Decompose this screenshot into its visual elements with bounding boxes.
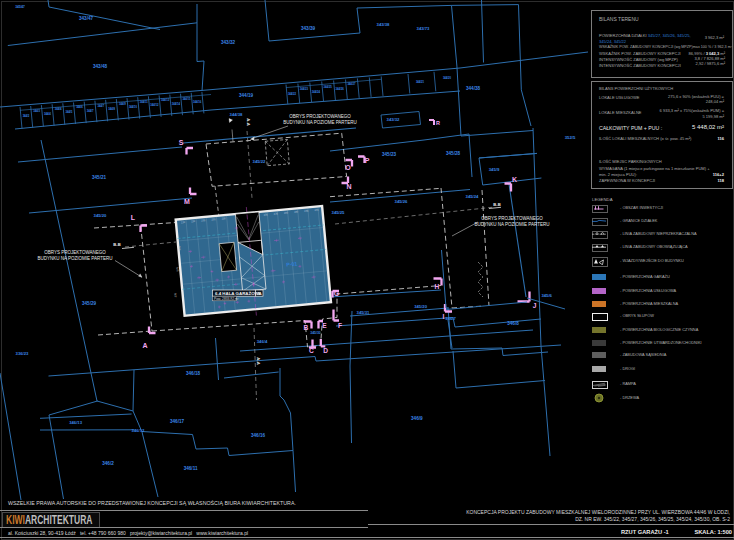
svg-text:345/20: 345/20: [414, 304, 427, 309]
svg-text:345/6: 345/6: [541, 293, 552, 298]
svg-text:F: F: [338, 322, 342, 329]
svg-text:345/22: 345/22: [253, 159, 266, 164]
svg-text:L: L: [131, 214, 136, 221]
svg-text:344/22: 344/22: [288, 92, 297, 96]
svg-text:K: K: [512, 176, 517, 183]
svg-text:344/4: 344/4: [55, 107, 62, 111]
svg-text:345/25: 345/25: [332, 210, 345, 215]
svg-text:345/21: 345/21: [92, 175, 106, 180]
svg-text:344/14: 344/14: [172, 102, 181, 106]
svg-text:C: C: [309, 347, 314, 354]
svg-text:J: J: [533, 302, 537, 309]
svg-text:345/31: 345/31: [357, 310, 370, 315]
svg-text:344/7: 344/7: [87, 109, 94, 113]
svg-text:B-B: B-B: [493, 202, 500, 207]
svg-text:343/38: 343/38: [377, 22, 390, 27]
svg-text:B: B: [304, 324, 309, 331]
svg-text:6.4 HALA GARAŻOWA: 6.4 HALA GARAŻOWA: [215, 291, 263, 296]
svg-text:A: A: [142, 342, 147, 349]
svg-text:345/23: 345/23: [382, 152, 396, 157]
svg-text:346/8: 346/8: [507, 321, 519, 326]
svg-text:344/15: 344/15: [182, 97, 191, 101]
svg-text:345/47: 345/47: [15, 5, 25, 9]
svg-text:D: D: [323, 347, 328, 354]
svg-text:B-B: B-B: [113, 242, 120, 247]
svg-text:346/16: 346/16: [251, 433, 265, 438]
svg-text:346/7: 346/7: [445, 316, 456, 321]
svg-text:345/24: 345/24: [466, 194, 479, 199]
svg-text:344/6: 344/6: [76, 105, 83, 109]
svg-text:345/26: 345/26: [395, 199, 408, 204]
svg-text:344/5: 344/5: [65, 110, 72, 114]
svg-text:343/48: 343/48: [93, 64, 107, 69]
svg-text:344/13: 344/13: [161, 98, 170, 102]
svg-text:346/12: 346/12: [132, 428, 145, 433]
svg-text:344/24: 344/24: [312, 90, 321, 94]
svg-text:345/9: 345/9: [489, 167, 500, 172]
svg-text:OBRYS PROJEKTOWANEGO: OBRYS PROJEKTOWANEGO: [289, 114, 351, 119]
svg-text:BUDYNKU NA POZIOME PARTERU: BUDYNKU NA POZIOME PARTERU: [283, 120, 357, 125]
svg-text:343/73: 343/73: [417, 26, 430, 31]
svg-text:343/47: 343/47: [79, 16, 93, 21]
svg-text:Pow. 2833,92 m²: Pow. 2833,92 m²: [214, 297, 240, 301]
svg-text:344/4: 344/4: [44, 112, 51, 116]
svg-text:344/3: 344/3: [33, 109, 40, 113]
svg-text:346/4: 346/4: [257, 339, 268, 344]
svg-text:344/20: 344/20: [443, 76, 452, 80]
svg-text:345/29: 345/29: [82, 301, 96, 306]
svg-text:344/11: 344/11: [140, 100, 149, 104]
svg-text:346/18: 346/18: [186, 371, 200, 376]
svg-text:345/28: 345/28: [446, 151, 460, 156]
svg-text:344/21: 344/21: [416, 80, 425, 84]
svg-text:346/13: 346/13: [69, 420, 82, 425]
svg-text:230: 230: [173, 292, 177, 297]
svg-text:344/12: 344/12: [150, 103, 159, 107]
svg-text:R: R: [436, 120, 440, 126]
svg-text:344/27: 344/27: [347, 82, 356, 86]
svg-text:346/11: 346/11: [184, 466, 198, 471]
svg-text:M: M: [184, 198, 190, 205]
svg-text:BUDYNKU NA POZIOMIE PARTERU: BUDYNKU NA POZIOMIE PARTERU: [475, 222, 550, 227]
svg-text:343/32: 343/32: [221, 40, 235, 45]
svg-text:344/25: 344/25: [324, 85, 333, 89]
svg-text:BUDYNKU NA POZIOMIE PARTERU: BUDYNKU NA POZIOMIE PARTERU: [38, 256, 113, 261]
svg-text:525: 525: [175, 266, 179, 271]
svg-text:346/17: 346/17: [170, 419, 184, 424]
svg-text:S: S: [258, 291, 261, 296]
svg-text:345/30: 345/30: [310, 331, 320, 335]
svg-text:346/2: 346/2: [102, 461, 114, 466]
svg-text:G: G: [334, 290, 340, 297]
svg-text:344/8: 344/8: [108, 107, 115, 111]
svg-text:P: P: [365, 157, 370, 164]
svg-text:343/39: 343/39: [301, 26, 315, 31]
svg-text:H: H: [435, 283, 440, 290]
svg-text:E: E: [322, 322, 327, 329]
svg-text:344/38: 344/38: [466, 86, 480, 91]
svg-text:352/5: 352/5: [565, 135, 576, 140]
svg-text:336/23: 336/23: [16, 351, 29, 356]
svg-text:343/32: 343/32: [387, 117, 400, 122]
svg-text:344/2: 344/2: [23, 114, 30, 118]
svg-text:P-01: P-01: [286, 261, 298, 268]
svg-text:OBRYS PROJEKTOWANEGO: OBRYS PROJEKTOWANEGO: [44, 250, 106, 255]
svg-text:345/20: 345/20: [94, 213, 107, 218]
svg-text:I: I: [443, 313, 445, 320]
svg-text:344/7: 344/7: [98, 104, 105, 108]
svg-text:344/38: 344/38: [230, 112, 243, 117]
svg-text:344/26: 344/26: [335, 87, 344, 91]
svg-text:344/10: 344/10: [129, 105, 138, 109]
svg-text:A-A: A-A: [256, 357, 261, 364]
svg-text:N: N: [346, 183, 351, 190]
svg-text:344/19: 344/19: [239, 93, 253, 98]
svg-text:344/9: 344/9: [119, 102, 126, 106]
svg-text:OBRYS PROJEKTOWANEGO: OBRYS PROJEKTOWANEGO: [481, 216, 543, 221]
svg-text:O: O: [345, 164, 351, 171]
svg-text:A-A: A-A: [246, 118, 251, 125]
svg-text:344/23: 344/23: [300, 87, 309, 91]
svg-text:344/16: 344/16: [193, 100, 202, 104]
svg-text:S: S: [179, 139, 184, 146]
svg-text:346/9: 346/9: [411, 416, 423, 421]
